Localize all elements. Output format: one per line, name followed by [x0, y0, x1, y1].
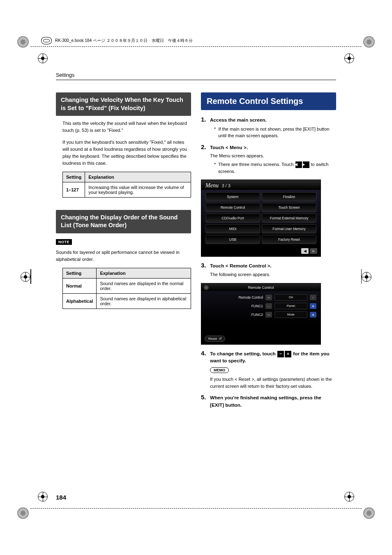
right-arrow-icon: ▶ [303, 161, 309, 168]
table-cell-setting: Normal [63, 278, 97, 293]
step-2: Touch < Menu >. The Menu screen appears.… [201, 144, 336, 175]
table-row: Normal Sound names are displayed in the … [63, 278, 191, 293]
menu-item-finalize[interactable]: Finalize [262, 192, 316, 201]
asterisk-icon: * [214, 162, 216, 167]
left-arrow-icon: ◀ [295, 161, 302, 168]
fix-velocity-desc-1: This sets the velocity the sound will ha… [62, 120, 191, 134]
trim-line-top [30, 46, 362, 47]
registration-mark-ml [21, 272, 30, 282]
menu-screenshot: Menu 3 / 3 System Finalize Remote Contro… [201, 180, 321, 257]
step-2-note: * There are three menu screens. Touch ◀▶… [214, 161, 336, 175]
step-2-sub: The Menu screen appears. [210, 152, 336, 159]
minus-icon: − [277, 351, 284, 357]
step-1-head: Access the main screen. [210, 117, 336, 124]
print-job-text: RK-300_e.book 184 ページ ２００８年９月１０日 水曜日 午後４… [55, 38, 193, 44]
menu-item-remote-control[interactable]: Remote Control [205, 203, 260, 212]
fix-velocity-table: Setting Explanation 1–127 Increasing thi… [62, 172, 191, 198]
registration-mark-tl [38, 53, 48, 63]
asterisk-icon: * [214, 127, 216, 131]
menu-item-touch-screen[interactable]: Touch Screen [262, 203, 316, 212]
table-header-setting: Setting [63, 172, 85, 182]
registration-mark-tr [344, 53, 354, 63]
rc-value: Mute [274, 311, 307, 318]
rc-value: On [274, 294, 307, 301]
menu-nav-right-icon[interactable]: ▶ [310, 248, 317, 254]
menu-item-cd-audio-port[interactable]: CD/Audio Port [205, 214, 260, 223]
table-row: Alphabetical Sound names are displayed i… [63, 293, 191, 309]
menu-item-midi[interactable]: MIDI [205, 224, 260, 233]
menu-item-factory-reset[interactable]: Factory Reset [262, 235, 316, 244]
crop-tick [361, 269, 362, 284]
page-number: 184 [56, 494, 66, 501]
rc-value: Panel [274, 303, 307, 309]
reset-button[interactable]: Reset ↺ [205, 336, 225, 342]
plus-icon: + [285, 351, 291, 357]
step-4-memo-text: If you touch < Reset >, all settings (pa… [210, 376, 336, 389]
menu-item-usb[interactable]: USB [205, 235, 260, 244]
table-cell-explanation: Sound names are displayed in the normal … [97, 278, 191, 293]
minus-button-disabled[interactable]: − [265, 303, 272, 309]
minus-button[interactable]: − [265, 295, 272, 300]
rc-row-func1: FUNC1 − Panel + [205, 303, 316, 309]
step-2-head: Touch < Menu >. [210, 144, 336, 152]
section-heading-fix-velocity: Changing the Velocity When the Key Touch… [56, 92, 191, 116]
registration-mark-br [344, 492, 354, 502]
step-4: To change the setting, touch −+ for the … [201, 350, 336, 389]
table-header-explanation: Explanation [85, 172, 191, 182]
memo-tag: MEMO [210, 367, 229, 373]
registration-mark-mr [362, 272, 371, 282]
menu-item-system[interactable]: System [205, 192, 260, 201]
rc-row-func2: FUNC2 − Mute + [205, 311, 316, 318]
reset-icon: ↺ [219, 337, 221, 341]
tone-order-note-text: Sounds for layered or split performance … [56, 249, 191, 263]
crop-circle-bl [17, 507, 29, 519]
table-row: 1–127 Increasing this value will increas… [63, 182, 191, 197]
menu-item-format-user[interactable]: Format User Memory [262, 224, 316, 233]
registration-mark-bl [38, 492, 48, 502]
tone-order-table: Setting Explanation Normal Sound names a… [62, 268, 191, 309]
step-5: When you're finished making settings, pr… [201, 394, 336, 409]
section-heading-remote-control: Remote Control Settings [201, 92, 336, 110]
menu-nav-left-icon[interactable]: ◀ [301, 248, 309, 254]
remote-control-screenshot: Remote Control Remote Control − On + FUN… [201, 283, 321, 345]
crop-circle-br [363, 507, 375, 519]
table-cell-explanation: Sound names are displayed in alphabetica… [97, 293, 191, 309]
crop-circle-tr [363, 36, 375, 48]
step-1-note: * If the main screen is not shown, press… [214, 126, 336, 139]
crop-circle-tl [17, 36, 29, 48]
step-4-head: To change the setting, touch −+ for the … [210, 350, 336, 365]
rc-row-remote-control: Remote Control − On + [205, 294, 316, 301]
plus-button[interactable]: + [310, 303, 316, 309]
step-3: Touch < Remote Control >. The following … [201, 263, 336, 278]
plus-button-disabled[interactable]: + [310, 295, 316, 300]
table-cell-explanation: Increasing this value will increase the … [85, 182, 191, 197]
table-cell-setting: 1–127 [63, 182, 85, 197]
table-header-explanation: Explanation [97, 268, 191, 278]
plus-button[interactable]: + [310, 312, 316, 318]
step-5-head: When you're finished making settings, pr… [210, 394, 336, 409]
step-3-sub: The following screen appears. [210, 271, 336, 278]
note-tag: NOTE [56, 239, 72, 245]
table-cell-setting: Alphabetical [63, 293, 97, 309]
table-header-setting: Setting [63, 268, 97, 278]
section-heading-tone-name-order: Changing the Display Order of the Sound … [56, 210, 191, 233]
running-head: Settings [56, 72, 336, 80]
fix-velocity-desc-2: If you turn the keyboard's touch sensiti… [62, 139, 191, 167]
crop-tick [30, 269, 31, 284]
menu-item-format-external[interactable]: Format External Memory [262, 214, 316, 223]
rc-screenshot-title: Remote Control [201, 283, 321, 291]
step-3-head: Touch < Remote Control >. [210, 263, 336, 270]
menu-screenshot-title: Menu 3 / 3 [201, 180, 321, 190]
minus-button[interactable]: − [265, 312, 272, 318]
trim-line-bottom [30, 508, 362, 509]
print-job-header: RK-300_e.book 184 ページ ２００８年９月１０日 水曜日 午後４… [41, 37, 193, 44]
step-1: Access the main screen. * If the main sc… [201, 117, 336, 139]
